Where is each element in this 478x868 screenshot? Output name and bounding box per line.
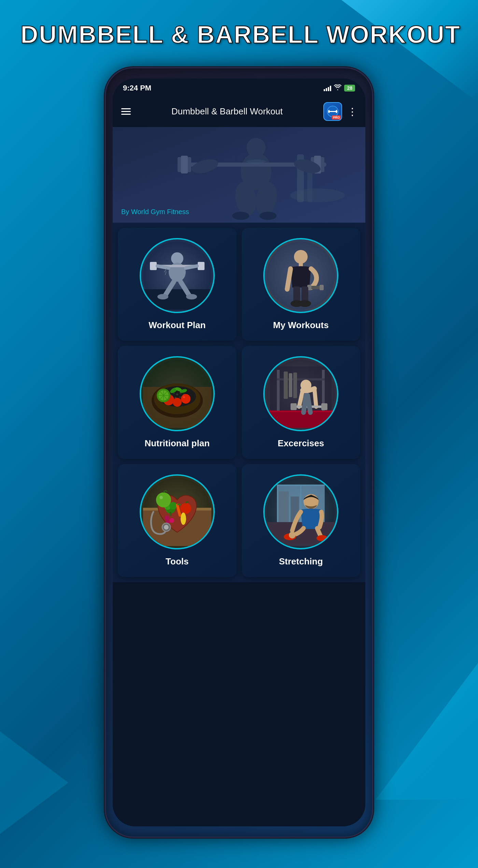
- tools-item[interactable]: Tools: [118, 464, 237, 577]
- status-icons: 28: [324, 84, 355, 92]
- app-bar: Dumbbell & Barbell Workout PRO ⋮: [113, 96, 365, 127]
- page-title: DUMBBELL & BARBELL WORKOUT: [20, 20, 461, 48]
- stretching-image: [263, 474, 338, 549]
- bg-decoration-bottom-right: [376, 663, 478, 800]
- svg-line-31: [186, 266, 197, 268]
- svg-point-100: [169, 502, 177, 509]
- app-logo[interactable]: PRO: [323, 102, 342, 121]
- nutritional-plan-label: Nutritional plan: [144, 438, 210, 449]
- svg-line-89: [314, 389, 316, 407]
- svg-point-39: [294, 250, 308, 264]
- excercises-label: Excercises: [278, 438, 324, 449]
- svg-point-122: [289, 532, 296, 538]
- phone-frame: 9:24 PM: [106, 68, 372, 837]
- svg-point-48: [299, 300, 311, 307]
- more-options-icon[interactable]: ⋮: [347, 106, 357, 117]
- svg-point-108: [164, 525, 169, 530]
- svg-rect-91: [291, 403, 297, 410]
- svg-rect-78: [267, 411, 335, 428]
- svg-point-34: [157, 294, 168, 299]
- svg-rect-85: [289, 373, 292, 397]
- app-bar-title: Dumbbell & Barbell Workout: [171, 106, 283, 117]
- svg-line-94: [308, 395, 310, 412]
- excercises-item[interactable]: Excercises: [242, 346, 361, 459]
- svg-point-21: [232, 212, 249, 220]
- bg-decoration-left: [0, 731, 68, 834]
- workout-plan-item[interactable]: Workout Plan: [118, 228, 237, 341]
- svg-line-41: [287, 269, 291, 289]
- svg-rect-92: [321, 403, 327, 410]
- svg-point-110: [159, 496, 163, 499]
- pro-badge: PRO: [332, 115, 341, 120]
- svg-rect-5: [336, 110, 337, 113]
- app-bar-right: PRO ⋮: [323, 102, 357, 121]
- svg-rect-117: [279, 491, 289, 522]
- svg-rect-115: [277, 485, 278, 522]
- tools-illustration: [143, 478, 211, 546]
- exercises-image: [263, 356, 338, 431]
- svg-line-93: [304, 395, 306, 412]
- svg-rect-101: [170, 512, 171, 516]
- my-workouts-image: [263, 238, 338, 313]
- nutritional-plan-item[interactable]: Nutritional plan: [118, 346, 237, 459]
- svg-rect-86: [293, 373, 297, 398]
- svg-rect-81: [277, 370, 280, 411]
- svg-point-121: [317, 535, 327, 541]
- status-bar: 9:24 PM: [113, 79, 365, 96]
- svg-point-106: [181, 513, 186, 525]
- svg-point-65: [173, 398, 182, 407]
- hamburger-menu[interactable]: [121, 108, 131, 115]
- stretching-label: Stretching: [279, 556, 323, 567]
- svg-rect-24: [143, 289, 211, 310]
- svg-rect-84: [284, 372, 288, 399]
- menu-grid: Workout Plan: [113, 223, 365, 582]
- svg-rect-3: [329, 111, 336, 112]
- svg-rect-14: [181, 156, 188, 173]
- svg-point-109: [156, 492, 171, 507]
- svg-point-56: [176, 393, 178, 395]
- exercises-illustration: [267, 360, 335, 428]
- workout-plan-illustration: [143, 241, 211, 310]
- workout-plan-label: Workout Plan: [149, 320, 206, 331]
- svg-line-30: [157, 266, 169, 268]
- workout-plan-image: [140, 238, 215, 313]
- nutrition-image: [140, 356, 215, 431]
- svg-point-104: [169, 518, 174, 523]
- stretching-item[interactable]: Stretching: [242, 464, 361, 577]
- stretching-illustration: [267, 478, 335, 546]
- nutrition-illustration: [143, 360, 211, 428]
- status-time: 9:24 PM: [123, 84, 151, 93]
- my-workouts-label: My Workouts: [273, 320, 329, 331]
- svg-point-102: [180, 503, 191, 514]
- by-attribution: By World Gym Fitness: [121, 208, 189, 216]
- svg-rect-44: [320, 285, 324, 290]
- tools-label: Tools: [166, 556, 188, 567]
- svg-point-35: [186, 294, 197, 299]
- hero-banner: By World Gym Fitness: [113, 127, 365, 223]
- svg-point-103: [165, 516, 169, 520]
- my-workouts-illustration: [267, 241, 335, 310]
- wifi-icon: [334, 84, 341, 92]
- my-workouts-item[interactable]: My Workouts: [242, 228, 361, 341]
- signal-icon: [324, 85, 331, 91]
- svg-rect-112: [267, 522, 335, 546]
- svg-point-64: [181, 394, 191, 404]
- battery-indicator: 28: [344, 85, 355, 92]
- svg-point-61: [179, 396, 181, 398]
- tools-image: [140, 474, 215, 549]
- svg-point-67: [183, 396, 185, 398]
- phone-screen: 9:24 PM: [113, 79, 365, 826]
- svg-point-22: [259, 212, 277, 220]
- svg-rect-2: [328, 110, 329, 113]
